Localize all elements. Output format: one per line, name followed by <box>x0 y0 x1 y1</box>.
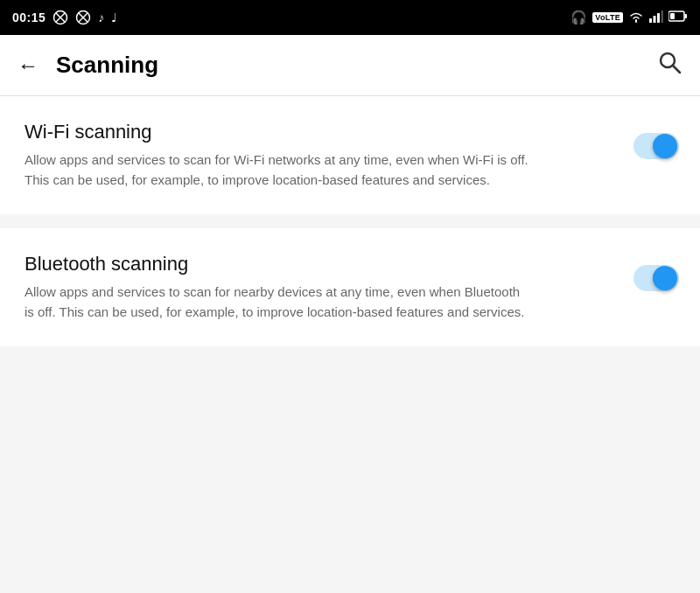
wifi-scanning-item[interactable]: Wi-Fi scanning Allow apps and services t… <box>0 96 700 214</box>
music-icon-1: ♪ <box>98 10 104 24</box>
status-left: 00:15 ♪ ♩ <box>12 10 117 25</box>
status-right: 🎧 VoLTE <box>570 10 688 25</box>
divider <box>0 221 700 228</box>
headphone-icon: 🎧 <box>570 10 587 25</box>
wifi-scanning-text: Wi-Fi scanning Allow apps and services t… <box>24 121 620 190</box>
bluetooth-scanning-toggle[interactable] <box>634 265 679 291</box>
svg-rect-12 <box>670 13 675 19</box>
search-icon[interactable] <box>656 49 682 81</box>
app-icon-1 <box>52 10 68 25</box>
back-button[interactable]: ← <box>18 53 38 78</box>
toggle-thumb-bluetooth <box>653 266 677 290</box>
wifi-scanning-title: Wi-Fi scanning <box>24 121 620 143</box>
svg-rect-6 <box>649 18 652 23</box>
signal-bars-icon <box>649 10 663 25</box>
status-bar: 00:15 ♪ ♩ 🎧 VoLTE <box>0 0 700 35</box>
toggle-thumb-wifi <box>653 134 677 158</box>
wifi-scanning-description: Allow apps and services to scan for Wi-F… <box>24 150 532 190</box>
status-time: 00:15 <box>12 10 46 24</box>
svg-rect-7 <box>654 16 656 23</box>
bluetooth-scanning-description: Allow apps and services to scan for near… <box>24 283 532 322</box>
bluetooth-scanning-item[interactable]: Bluetooth scanning Allow apps and servic… <box>0 228 700 346</box>
svg-rect-11 <box>685 14 688 18</box>
music-icon-2: ♩ <box>111 10 117 24</box>
page-title: Scanning <box>56 52 158 79</box>
bluetooth-scanning-title: Bluetooth scanning <box>24 253 620 276</box>
nav-bar: ← Scanning <box>0 35 700 96</box>
svg-line-14 <box>673 66 680 73</box>
wifi-icon <box>628 10 644 25</box>
battery-icon <box>668 10 688 24</box>
wifi-scanning-toggle[interactable] <box>634 133 679 159</box>
bluetooth-scanning-text: Bluetooth scanning Allow apps and servic… <box>24 253 620 322</box>
volte-badge: VoLTE <box>592 12 623 23</box>
svg-rect-9 <box>662 10 664 23</box>
svg-rect-8 <box>657 13 660 23</box>
nav-left: ← Scanning <box>18 52 158 79</box>
app-icon-2 <box>75 10 91 25</box>
content-area: Wi-Fi scanning Allow apps and services t… <box>0 96 700 593</box>
